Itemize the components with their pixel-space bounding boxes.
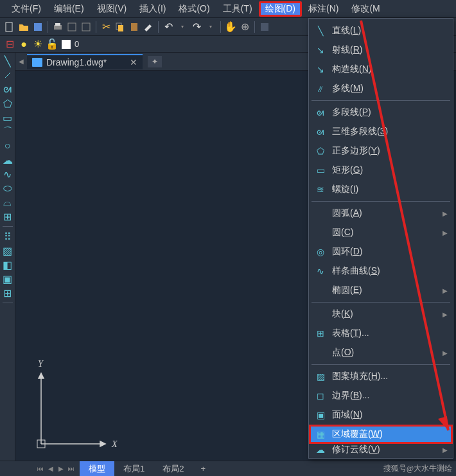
properties-icon[interactable] (259, 21, 270, 33)
menu-item-三维多段线[interactable]: ᘛ三维多段线(3) (309, 122, 453, 141)
螺旋-icon: ≋ (314, 184, 327, 195)
publish-icon[interactable] (80, 21, 92, 33)
圆环-icon: ◎ (314, 247, 327, 257)
pline-tool-icon[interactable]: ᘛ (2, 84, 13, 95)
new-file-tab[interactable]: ✦ (148, 56, 162, 67)
toolbar-separator (220, 21, 221, 33)
menu-item-label: 样条曲线(S) (332, 265, 380, 277)
copy-icon[interactable] (114, 21, 126, 33)
menu-item-面域[interactable]: ▣面域(N) (309, 405, 453, 425)
menu-item-label: 射线(R) (332, 44, 362, 56)
menu-item-区域覆盖[interactable]: ▦区域覆盖(W) (309, 425, 453, 444)
svg-rect-9 (261, 23, 268, 31)
svg-rect-2 (54, 25, 62, 30)
menu-item-正多边形[interactable]: ⬠正多边形(Y) (309, 141, 453, 161)
pan-icon[interactable]: ✋ (225, 21, 236, 33)
menu-item-表格[interactable]: ⊞表格(T)... (309, 324, 453, 343)
menu-item-构造线[interactable]: ↘构造线(N) (309, 60, 453, 79)
layout-add-button[interactable]: + (193, 462, 213, 475)
svg-rect-4 (68, 23, 76, 31)
redo-icon[interactable]: ↷ (191, 21, 202, 33)
menu-tools[interactable]: 工具(T) (216, 1, 259, 17)
layout-prev-icon[interactable]: ◀ (46, 465, 55, 472)
tab-close-icon[interactable]: ✕ (130, 57, 137, 67)
revcloud-tool-icon[interactable]: ☁ (2, 154, 13, 166)
paste-icon[interactable] (128, 21, 140, 33)
ellipsearc-tool-icon[interactable]: ⌓ (2, 197, 13, 208)
menu-item-边界[interactable]: ◻边界(B)... (309, 386, 453, 405)
menu-item-多段线[interactable]: ᘛ多段线(P) (309, 103, 453, 122)
menubar: 文件(F) 编辑(E) 视图(V) 插入(I) 格式(O) 工具(T) 绘图(D… (0, 0, 456, 18)
menu-item-点[interactable]: 点(O)▶ (309, 343, 453, 362)
insert-tool-icon[interactable]: ⊞ (2, 211, 13, 222)
menu-item-修订云线[interactable]: ☁修订云线(V)▶ (309, 444, 453, 455)
file-tab-label: Drawing1.dwg* (46, 57, 107, 67)
new-icon[interactable] (4, 21, 15, 33)
menu-draw[interactable]: 绘图(D) (259, 1, 302, 17)
menu-item-图案填充[interactable]: ▨图案填充(H)... (309, 367, 453, 386)
menu-item-label: 矩形(G) (332, 164, 363, 176)
menu-format[interactable]: 格式(O) (172, 1, 216, 17)
menu-item-圆环[interactable]: ◎圆环(D) (309, 242, 453, 261)
file-tab[interactable]: Drawing1.dwg* ✕ (27, 54, 143, 69)
submenu-arrow-icon: ▶ (443, 349, 448, 357)
ellipse-tool-icon[interactable]: ⬭ (2, 182, 13, 194)
menu-item-块[interactable]: 块(K)▶ (309, 304, 453, 324)
layer-manager-icon[interactable]: ⊟ (4, 39, 15, 50)
open-icon[interactable] (18, 21, 30, 33)
menu-edit[interactable]: 编辑(E) (48, 1, 91, 17)
menu-item-圆弧[interactable]: 圆弧(A)▶ (309, 204, 453, 223)
print-icon[interactable] (52, 21, 64, 33)
layout-first-icon[interactable]: ⏮ (36, 465, 45, 472)
menu-item-圆[interactable]: 圆(C)▶ (309, 223, 453, 242)
tab-prev-icon[interactable]: ◀ (15, 53, 27, 70)
revcloud-icon: ☁ (314, 445, 327, 455)
rect-tool-icon[interactable]: ▭ (2, 112, 13, 123)
layout-tab-model[interactable]: 模型 (80, 461, 114, 477)
图案填充-icon: ▨ (314, 371, 327, 382)
arc-tool-icon[interactable]: ⌒ (2, 126, 13, 137)
table-tool-icon[interactable]: ⊞ (2, 287, 13, 299)
line-tool-icon[interactable]: ╲ (2, 55, 13, 67)
layout-next-icon[interactable]: ▶ (57, 465, 66, 472)
menu-item-螺旋[interactable]: ≋螺旋(I) (309, 180, 453, 199)
polygon-tool-icon[interactable]: ⬠ (2, 98, 13, 109)
hatch-tool-icon[interactable]: ▨ (2, 245, 13, 256)
layer-freeze-icon[interactable]: ☀ (32, 39, 44, 50)
spline-tool-icon[interactable]: ∿ (2, 168, 13, 180)
undo-dropdown-icon[interactable]: ▾ (177, 21, 188, 33)
menu-item-直线[interactable]: ╲直线(L) (309, 21, 453, 40)
gradient-tool-icon[interactable]: ◧ (2, 259, 13, 270)
layer-lock-icon[interactable]: 🔓 (46, 39, 58, 50)
svg-marker-12 (100, 441, 105, 446)
layout-tab-1[interactable]: 布局1 (114, 461, 153, 477)
layout-tab-2[interactable]: 布局2 (153, 461, 193, 477)
layer-on-icon[interactable]: ● (18, 39, 30, 50)
menu-item-多线[interactable]: ⫽多线(M) (309, 79, 453, 98)
menu-item-矩形[interactable]: ▭矩形(G) (309, 161, 453, 180)
region-tool-icon[interactable]: ▣ (2, 273, 13, 285)
cut-icon[interactable]: ✂ (100, 21, 112, 33)
layout-last-icon[interactable]: ⏭ (67, 465, 76, 472)
matchprop-icon[interactable] (143, 21, 154, 33)
xline-tool-icon[interactable]: ⟋ (2, 69, 13, 81)
save-icon[interactable] (32, 21, 44, 33)
point-tool-icon[interactable]: ⠿ (2, 231, 13, 242)
menu-file[interactable]: 文件(F) (5, 1, 48, 17)
menu-view[interactable]: 视图(V) (91, 1, 134, 17)
toolbar-separator (48, 21, 48, 33)
menu-item-样条曲线[interactable]: ∿样条曲线(S) (309, 261, 453, 281)
menu-item-label: 多线(M) (332, 83, 364, 94)
circle-tool-icon[interactable]: ○ (2, 140, 13, 152)
undo-icon[interactable]: ↶ (162, 21, 174, 33)
menu-insert[interactable]: 插入(I) (133, 1, 172, 17)
redo-dropdown-icon[interactable]: ▾ (205, 21, 216, 33)
menu-modify[interactable]: 修改(M (345, 1, 386, 17)
menu-item-椭圆[interactable]: 椭圆(E)▶ (309, 281, 453, 300)
layer-name[interactable]: 0 (75, 39, 79, 49)
menu-dimension[interactable]: 标注(N) (302, 1, 345, 17)
zoom-icon[interactable]: ⊕ (239, 21, 250, 33)
menu-item-射线[interactable]: ↘射线(R) (309, 40, 453, 60)
preview-icon[interactable] (66, 21, 78, 33)
构造线-icon: ↘ (314, 64, 327, 75)
